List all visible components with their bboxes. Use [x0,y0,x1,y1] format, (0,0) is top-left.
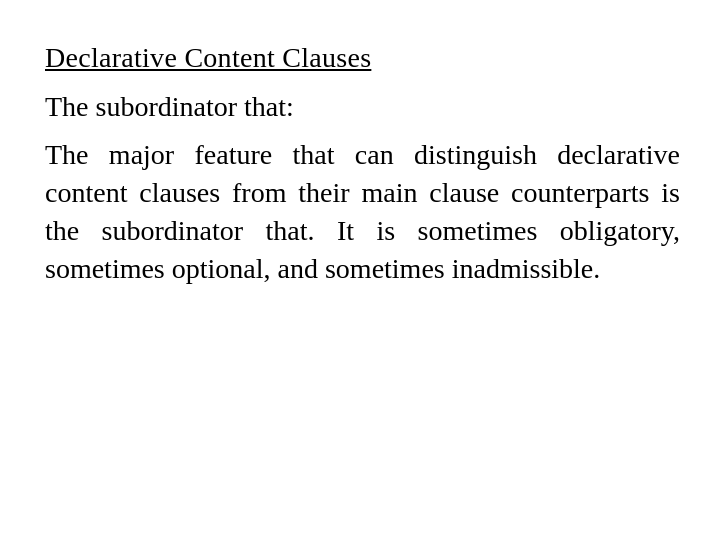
main-content: Declarative Content Clauses The subordin… [0,0,720,327]
subordinator-line: The subordinator that: [45,88,680,126]
page-title: Declarative Content Clauses [45,40,680,76]
body-paragraph: The major feature that can distinguish d… [45,136,680,287]
